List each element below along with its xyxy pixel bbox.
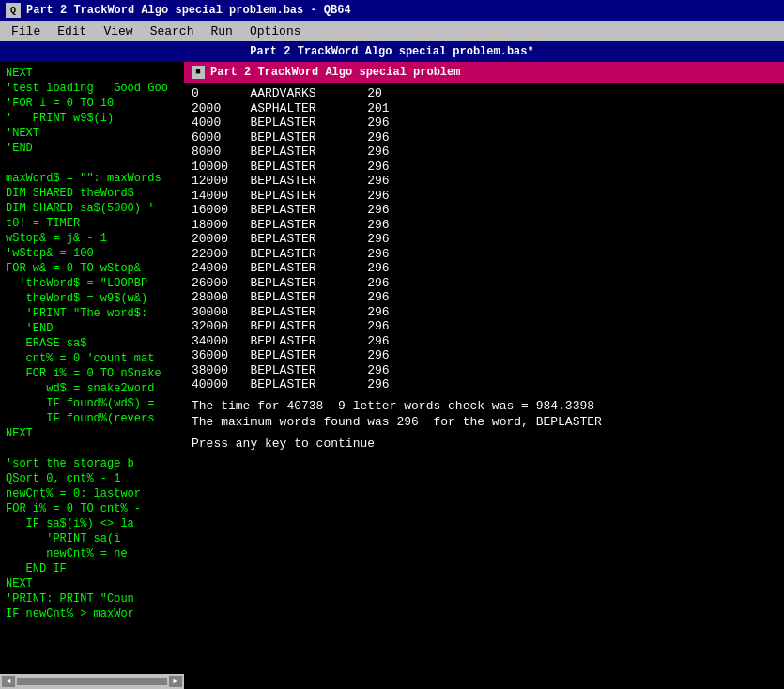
code-line: DIM SHARED sa$(5000) ' <box>6 201 182 216</box>
code-line: newCnt% = 0: lastwor <box>6 486 182 501</box>
code-line: 'NEXT <box>6 126 182 141</box>
menu-options[interactable]: Options <box>242 23 309 40</box>
table-row: 40000 BEPLASTER 296 <box>192 377 776 392</box>
menu-view[interactable]: View <box>96 23 140 40</box>
press-any-key: Press any key to continue <box>192 436 776 452</box>
code-line <box>6 156 182 171</box>
table-row: 16000 BEPLASTER 296 <box>192 203 776 218</box>
menu-bar: File Edit View Search Run Options <box>0 21 784 41</box>
code-line: wStop& = j& - 1 <box>6 231 182 246</box>
table-row: 32000 BEPLASTER 296 <box>192 319 776 334</box>
table-row: 10000 BEPLASTER 296 <box>192 160 776 175</box>
table-row: 4000 BEPLASTER 296 <box>192 115 776 130</box>
code-line: 'PRINT "The word$: <box>6 306 182 321</box>
code-line: newCnt% = ne <box>6 546 182 561</box>
table-row: 38000 BEPLASTER 296 <box>192 363 776 378</box>
code-line: 'wStop& = 100 <box>6 246 182 261</box>
table-row: 20000 BEPLASTER 296 <box>192 232 776 247</box>
table-row: 22000 BEPLASTER 296 <box>192 247 776 262</box>
table-row: 14000 BEPLASTER 296 <box>192 189 776 204</box>
table-row: 34000 BEPLASTER 296 <box>192 334 776 349</box>
output-window-icon: ■ <box>192 66 205 79</box>
menu-search[interactable]: Search <box>143 23 202 40</box>
app-icon: Q <box>6 3 21 18</box>
table-row: 18000 BEPLASTER 296 <box>192 218 776 233</box>
horizontal-scrollbar[interactable]: ◄ ► <box>0 674 184 689</box>
table-row: 36000 BEPLASTER 296 <box>192 348 776 363</box>
code-line: cnt% = 0 'count mat <box>6 351 182 366</box>
code-line: NEXT <box>6 426 182 441</box>
time-line: The time for 40738 9 letter words check … <box>192 398 776 414</box>
code-line: 'END <box>6 321 182 336</box>
table-row: 0 AARDVARKS 20 <box>192 86 776 101</box>
code-line: 'PRINT: PRINT "Coun <box>6 591 182 606</box>
max-line: The maximum words found was 296 for the … <box>192 414 776 430</box>
scroll-track <box>17 678 167 685</box>
code-line: QSort 0, cnt% - 1 <box>6 471 182 486</box>
output-title-text: Part 2 TrackWord Algo special problem <box>210 66 460 79</box>
code-line: t0! = TIMER <box>6 216 182 231</box>
table-row: 8000 BEPLASTER 296 <box>192 145 776 160</box>
menu-run[interactable]: Run <box>203 23 239 40</box>
table-row: 6000 BEPLASTER 296 <box>192 130 776 145</box>
code-line: 'END <box>6 141 182 156</box>
code-line: END IF <box>6 561 182 576</box>
code-line: theWord$ = w9$(w&) <box>6 291 182 306</box>
code-line: ERASE sa$ <box>6 336 182 351</box>
editor-title-bar: Part 2 TrackWord Algo special problem.ba… <box>0 41 784 62</box>
menu-edit[interactable]: Edit <box>50 23 94 40</box>
table-row: 28000 BEPLASTER 296 <box>192 290 776 305</box>
code-line: 'theWord$ = "LOOPBP <box>6 276 182 291</box>
code-line: NEXT <box>6 576 182 591</box>
title-bar: Q Part 2 TrackWord Algo special problem.… <box>0 0 784 21</box>
scroll-right[interactable]: ► <box>169 676 182 687</box>
window-title: Part 2 TrackWord Algo special problem.ba… <box>26 4 351 17</box>
output-content: 0 AARDVARKS 202000 ASPHALTER 2014000 BEP… <box>184 83 784 689</box>
scroll-left[interactable]: ◄ <box>2 676 15 687</box>
output-window: ■ Part 2 TrackWord Algo special problem … <box>184 62 784 689</box>
code-line: maxWord$ = "": maxWords <box>6 171 182 186</box>
code-line: 'PRINT sa(i <box>6 531 182 546</box>
table-row: 2000 ASPHALTER 201 <box>192 101 776 116</box>
code-line: IF found%(wd$) = <box>6 396 182 411</box>
output-title-bar: ■ Part 2 TrackWord Algo special problem <box>184 62 784 83</box>
code-line: FOR w& = 0 TO wStop& <box>6 261 182 276</box>
table-row: 26000 BEPLASTER 296 <box>192 276 776 291</box>
code-line: ' PRINT w9$(i) <box>6 111 182 126</box>
code-line: IF found%(revers <box>6 411 182 426</box>
code-line: DIM SHARED theWord$ <box>6 186 182 201</box>
code-line: IF newCnt% > maxWor <box>6 606 182 621</box>
code-line: wd$ = snake2word <box>6 381 182 396</box>
table-row: 30000 BEPLASTER 296 <box>192 305 776 320</box>
menu-file[interactable]: File <box>4 23 48 40</box>
code-line: 'sort the storage b <box>6 456 182 471</box>
code-line: IF sa$(i%) <> la <box>6 516 182 531</box>
code-line: FOR i% = 0 TO cnt% - <box>6 501 182 516</box>
ide-panel: NEXT'test loading Good Goo'FOR i = 0 TO … <box>0 62 184 689</box>
code-line: FOR i% = 0 TO nSnake <box>6 366 182 381</box>
code-editor[interactable]: NEXT'test loading Good Goo'FOR i = 0 TO … <box>0 62 188 674</box>
editor-title-text: Part 2 TrackWord Algo special problem.ba… <box>250 45 533 58</box>
code-line <box>6 441 182 456</box>
table-row: 12000 BEPLASTER 296 <box>192 174 776 189</box>
code-line: NEXT <box>6 66 182 81</box>
table-row: 24000 BEPLASTER 296 <box>192 261 776 276</box>
code-line: 'FOR i = 0 TO 10 <box>6 96 182 111</box>
code-line: 'test loading Good Goo <box>6 81 182 96</box>
